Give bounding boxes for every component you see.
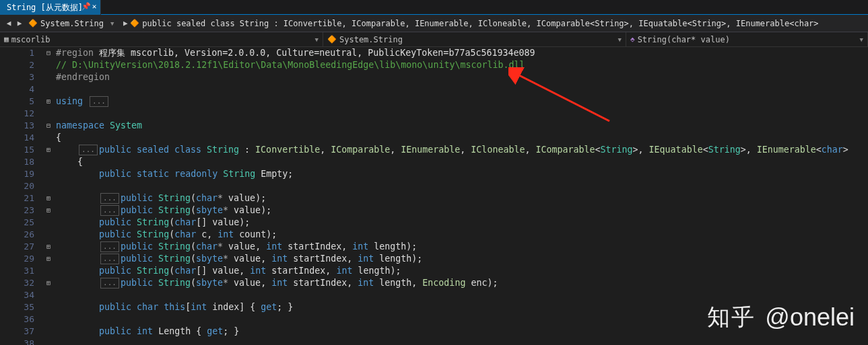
line-number: 15 — [0, 144, 34, 156]
fold-toggle[interactable]: ⊟ — [44, 120, 53, 132]
line-number: 20 — [0, 180, 34, 192]
line-number: 19 — [0, 168, 34, 180]
nav-signature[interactable]: public sealed class String : IConvertibl… — [142, 19, 818, 28]
code-line: ...public String(char* value); — [56, 192, 868, 204]
code-line: ...public String(sbyte* value); — [56, 204, 868, 217]
close-icon[interactable]: ✕ — [90, 2, 99, 11]
nav-back-icon[interactable]: ◀ — [4, 19, 13, 28]
collapsed-region[interactable]: ... — [100, 278, 119, 289]
collapsed-region[interactable]: ... — [90, 96, 108, 107]
member-crumb-bar: ▦ mscorlib ▼ 🔶 System.String ▼ ⬘ String(… — [0, 32, 868, 47]
code-content[interactable]: #region 程序集 mscorlib, Version=2.0.0.0, C… — [53, 47, 868, 345]
fold-toggle[interactable]: ⊞ — [44, 277, 53, 289]
crumb-type[interactable]: 🔶 System.String ▼ — [323, 32, 626, 46]
fold-toggle — [44, 301, 53, 313]
fold-toggle — [44, 108, 53, 120]
fold-toggle — [44, 338, 53, 345]
line-number: 35 — [0, 301, 34, 313]
code-line: public String(char[] value, int startInd… — [56, 265, 868, 277]
nav-forward-icon[interactable]: ▶ — [15, 19, 24, 28]
code-line — [56, 108, 868, 120]
crumb-member[interactable]: ⬘ String(char* value) ▼ — [626, 32, 868, 46]
line-number: 27 — [0, 241, 34, 253]
line-number: 31 — [0, 265, 34, 277]
fold-toggle[interactable]: ⊞ — [44, 241, 53, 253]
collapsed-region[interactable]: ... — [100, 254, 119, 264]
line-number: 1 — [0, 47, 34, 59]
code-line: ...public String(sbyte* value, int start… — [56, 277, 868, 289]
fold-toggle — [44, 289, 53, 301]
collapsed-region[interactable]: ... — [100, 205, 119, 216]
fold-toggle[interactable]: ⊞ — [44, 144, 53, 156]
fold-toggle[interactable]: ⊞ — [44, 95, 53, 108]
chevron-down-icon[interactable]: ▼ — [618, 36, 622, 43]
tab-title: String [从元数据] — [7, 2, 83, 13]
code-line: #endregion — [56, 71, 868, 83]
chevron-down-icon[interactable]: ▼ — [315, 36, 319, 43]
code-line: namespace System — [56, 120, 868, 132]
code-line: public String(char c, int count); — [56, 229, 868, 241]
fold-toggle — [44, 156, 53, 168]
collapsed-region[interactable]: ... — [100, 193, 119, 204]
line-number: 2 — [0, 59, 34, 71]
fold-toggle — [44, 313, 53, 325]
code-line — [56, 338, 868, 345]
code-line: public String(char[] value); — [56, 217, 868, 229]
line-number: 5 — [0, 95, 34, 108]
chevron-down-icon[interactable]: ▼ — [110, 20, 114, 27]
fold-toggle — [44, 265, 53, 277]
crumb-member-label: String(char* value) — [638, 35, 730, 44]
fold-toggle[interactable]: ⊞ — [44, 204, 53, 217]
line-number: 26 — [0, 229, 34, 241]
line-number: 12 — [0, 108, 34, 120]
tab-string-metadata[interactable]: String [从元数据] 📌 ✕ — [0, 0, 101, 15]
fold-toggle[interactable]: ⊞ — [44, 192, 53, 204]
line-number-gutter: 1234512131415181920212325262729313234353… — [0, 47, 44, 345]
watermark-handle: @onelei — [765, 303, 855, 332]
code-editor[interactable]: 1234512131415181920212325262729313234353… — [0, 47, 868, 345]
crumb-assembly-label: mscorlib — [11, 35, 51, 44]
code-line — [56, 180, 868, 192]
class-icon: 🔶 — [28, 19, 38, 28]
line-number: 21 — [0, 192, 34, 204]
crumb-assembly[interactable]: ▦ mscorlib ▼ — [0, 32, 323, 46]
code-line: using ... — [56, 95, 868, 108]
code-line — [56, 83, 868, 95]
zhihu-logo: 知乎 — [707, 302, 756, 333]
line-number: 32 — [0, 277, 34, 289]
collapsed-region[interactable]: ... — [79, 145, 98, 155]
code-line: ...public sealed class String : IConvert… — [56, 144, 868, 156]
fold-column: ⊟⊞⊟⊞⊞⊞⊞⊞⊞ — [44, 47, 53, 345]
fold-toggle — [44, 180, 53, 192]
line-number: 18 — [0, 156, 34, 168]
chevron-down-icon[interactable]: ▼ — [860, 36, 863, 43]
nav-forward2-icon[interactable]: ▶ — [121, 19, 130, 28]
collapsed-region[interactable]: ... — [100, 241, 119, 252]
nav-scope[interactable]: System.String — [40, 19, 104, 28]
line-number: 23 — [0, 204, 34, 217]
fold-toggle — [44, 325, 53, 338]
line-number: 37 — [0, 325, 34, 338]
fold-toggle[interactable]: ⊟ — [44, 47, 53, 59]
nav-history: ◀ ▶ — [4, 19, 24, 28]
class-icon: 🔶 — [130, 19, 139, 28]
line-number: 14 — [0, 132, 34, 144]
fold-toggle — [44, 229, 53, 241]
fold-toggle — [44, 217, 53, 229]
crumb-type-label: System.String — [339, 35, 403, 44]
code-line: // D:\UnityVersion\2018.2.12f1\Editor\Da… — [56, 59, 868, 71]
fold-toggle — [44, 71, 53, 83]
fold-toggle — [44, 132, 53, 144]
code-line: { — [56, 132, 868, 144]
line-number: 34 — [0, 289, 34, 301]
assembly-icon: ▦ — [4, 35, 9, 44]
code-line — [56, 289, 868, 301]
fold-toggle — [44, 59, 53, 71]
line-number: 38 — [0, 338, 34, 345]
code-line: ...public String(char* value, int startI… — [56, 241, 868, 253]
line-number: 29 — [0, 253, 34, 265]
fold-toggle[interactable]: ⊞ — [44, 253, 53, 265]
fold-toggle — [44, 168, 53, 180]
line-number: 36 — [0, 313, 34, 325]
tab-bar: String [从元数据] 📌 ✕ — [0, 0, 868, 15]
